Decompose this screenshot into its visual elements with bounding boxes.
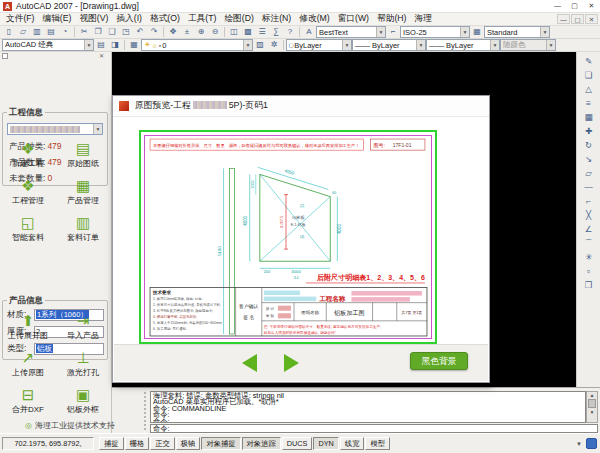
- fillet-icon[interactable]: ⌒: [581, 236, 596, 250]
- toggle-ducs[interactable]: DUCS: [282, 437, 313, 450]
- communication-center-icon[interactable]: [586, 438, 597, 449]
- menu-help[interactable]: 帮助(H): [373, 13, 410, 25]
- move-icon[interactable]: ✚: [581, 124, 596, 138]
- properties-icon[interactable]: ◫: [227, 26, 241, 38]
- dim-style-combo[interactable]: ISO-25 ▼: [400, 26, 470, 38]
- chamfer-icon[interactable]: ∠: [581, 222, 596, 236]
- chevron-down-icon[interactable]: ▼: [376, 27, 385, 37]
- chevron-down-icon[interactable]: ▼: [84, 40, 93, 50]
- layer-manager-icon[interactable]: ▦: [127, 39, 141, 51]
- menu-file[interactable]: 文件(F): [2, 13, 38, 25]
- toggle-ortho[interactable]: 正交: [150, 437, 175, 450]
- color-combo[interactable]: ■ ByLayer ▼: [286, 39, 352, 51]
- copy-object-icon[interactable]: ❏: [581, 68, 596, 82]
- help-icon[interactable]: ?: [283, 26, 297, 38]
- scale-icon[interactable]: ↘: [581, 152, 596, 166]
- black-background-button[interactable]: 黑色背景: [410, 352, 468, 370]
- original-drawings-button[interactable]: ▤ 原始图纸: [57, 140, 109, 169]
- command-history[interactable]: 海理套料; 错误: 参数类型错误: stringp nil AutoCAD 菜单…: [150, 391, 586, 423]
- toggle-osnap[interactable]: 对象捕捉: [201, 437, 240, 450]
- product-manage-button[interactable]: ▦ 产品管理: [57, 177, 109, 206]
- redo-icon[interactable]: ↷: [147, 26, 161, 38]
- mdi-minimize-icon[interactable]: —: [557, 14, 570, 24]
- chevron-down-icon[interactable]: ▼: [540, 27, 549, 37]
- new-project-button[interactable]: ❖ 新建工程: [2, 140, 54, 169]
- dialog-title-bar[interactable]: 原图预览-工程5P)-页码1: [113, 96, 489, 117]
- menu-draw[interactable]: 绘图(D): [220, 13, 257, 25]
- toolpalettes-icon[interactable]: ☰: [255, 26, 269, 38]
- toggle-polar[interactable]: 极轴: [176, 437, 201, 450]
- zoom-previous-icon[interactable]: ⊖: [208, 26, 222, 38]
- menu-format[interactable]: 格式(O): [146, 13, 184, 25]
- layer-lock-icon[interactable]: ▪: [159, 42, 161, 49]
- chevron-down-icon[interactable]: ▼: [93, 124, 102, 134]
- toggle-lwt[interactable]: 线宽: [340, 437, 365, 450]
- break-icon[interactable]: ╳: [581, 208, 596, 222]
- new-icon[interactable]: ▯: [2, 26, 16, 38]
- import-product-button[interactable]: ⇥ 导入产品: [57, 312, 109, 341]
- zoom-window-icon[interactable]: ⊕: [194, 26, 208, 38]
- menu-tools[interactable]: 工具(T): [184, 13, 220, 25]
- toggle-grid[interactable]: 栅格: [125, 437, 150, 450]
- open-icon[interactable]: ▱: [16, 26, 30, 38]
- scrollbar-thumb[interactable]: [588, 399, 596, 408]
- zoom-realtime-icon[interactable]: ±: [180, 26, 194, 38]
- menu-edit[interactable]: 编辑(E): [38, 13, 75, 25]
- workspace-settings-icon[interactable]: ▤: [94, 39, 108, 51]
- status-menu-icon[interactable]: ▼: [576, 441, 582, 447]
- menu-modify[interactable]: 修改(M): [295, 13, 333, 25]
- nesting-order-button[interactable]: ▥ 套料订单: [57, 214, 109, 243]
- command-scrollbar[interactable]: ▲▼: [586, 391, 598, 423]
- toggle-model[interactable]: 模型: [365, 437, 390, 450]
- dim-style-icon[interactable]: ⌐: [386, 26, 400, 38]
- erase-icon[interactable]: ✎: [581, 54, 596, 68]
- explode-icon[interactable]: ✳: [581, 250, 596, 264]
- mdi-close-icon[interactable]: ✕: [585, 14, 598, 24]
- designcenter-icon[interactable]: ▩: [241, 26, 255, 38]
- paste-icon[interactable]: ❑: [105, 26, 119, 38]
- workspace-combo[interactable]: AutoCAD 经典 ▼: [2, 39, 94, 51]
- offset-icon[interactable]: ≡: [581, 96, 596, 110]
- toggle-otrack[interactable]: 对象追踪: [242, 437, 281, 450]
- mdi-restore-icon[interactable]: ▢: [571, 14, 584, 24]
- preview-icon[interactable]: ◔: [58, 26, 72, 38]
- chevron-down-icon[interactable]: ▼: [490, 40, 499, 50]
- chevron-down-icon[interactable]: ▼: [342, 40, 351, 50]
- table-style-icon[interactable]: ▦: [470, 26, 484, 38]
- layer-previous-icon[interactable]: ▨: [253, 39, 267, 51]
- chevron-down-icon[interactable]: ▼: [460, 27, 469, 37]
- extend-icon[interactable]: ⌐: [581, 194, 596, 208]
- menu-dimension[interactable]: 标注(N): [258, 13, 295, 25]
- layer-combo[interactable]: ☀ ☼ ▪ 0 ▼: [141, 39, 253, 51]
- trim-icon[interactable]: —: [581, 180, 596, 194]
- linetype-combo[interactable]: —— ByLayer ▼: [352, 39, 426, 51]
- merge-dxf-button[interactable]: ⊟ 合并DXF: [2, 386, 54, 415]
- previous-page-arrow[interactable]: [242, 354, 257, 372]
- mirror-icon[interactable]: △: [581, 82, 596, 96]
- layer-states-icon[interactable]: ✲: [267, 39, 281, 51]
- upload-original-button[interactable]: ↗ 上传原图: [2, 349, 54, 378]
- text-style-icon[interactable]: A: [302, 26, 316, 38]
- close-icon[interactable]: ✕: [583, 2, 600, 10]
- panel-collapse-icon[interactable]: [2, 53, 8, 59]
- menu-insert[interactable]: 插入(I): [112, 13, 146, 25]
- smart-nesting-button[interactable]: ◱ 智能套料: [2, 214, 54, 243]
- menu-window[interactable]: 窗口(W): [334, 13, 373, 25]
- table-style-combo[interactable]: Standard ▼: [484, 26, 550, 38]
- layer-freeze-icon[interactable]: ☼: [151, 42, 157, 49]
- toggle-snap[interactable]: 捕捉: [99, 437, 124, 450]
- panel-frame-button[interactable]: ▣ 铝板外框: [57, 386, 109, 415]
- project-select-combo[interactable]: ▼: [7, 123, 103, 135]
- upload-unfold-button[interactable]: ⬆ 上传展开图: [2, 312, 54, 341]
- plot-icon[interactable]: ▤: [44, 26, 58, 38]
- region-icon[interactable]: ▫: [581, 264, 596, 278]
- lineweight-combo[interactable]: —— ByLayer ▼: [426, 39, 500, 51]
- quickcalc-icon[interactable]: ∑: [269, 26, 283, 38]
- pan-icon[interactable]: ✥: [166, 26, 180, 38]
- rotate-icon[interactable]: ↻: [581, 138, 596, 152]
- group-icon[interactable]: ❒: [581, 278, 596, 292]
- chevron-down-icon[interactable]: ▼: [243, 40, 252, 50]
- command-input[interactable]: 命令:: [150, 424, 598, 433]
- matchprop-icon[interactable]: ◳: [119, 26, 133, 38]
- menu-view[interactable]: 视图(V): [75, 13, 112, 25]
